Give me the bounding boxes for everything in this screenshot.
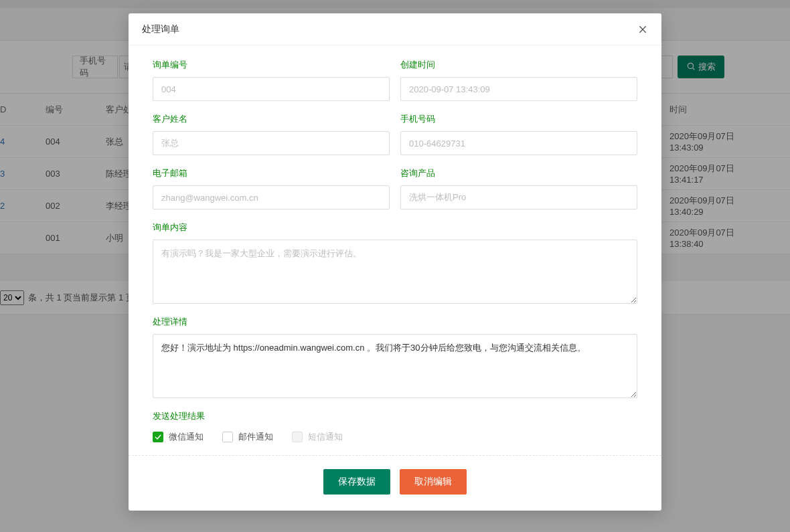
input-inquiry-no — [153, 77, 390, 101]
input-customer-name — [153, 131, 390, 155]
input-phone — [400, 131, 637, 155]
checkbox-sms: 短信通知 — [292, 431, 343, 443]
checkbox-wechat[interactable]: 微信通知 — [153, 431, 204, 443]
checkbox-sms-label: 短信通知 — [308, 431, 343, 443]
modal-footer: 保存数据 取消编辑 — [153, 469, 637, 495]
modal-title: 处理询单 — [142, 23, 179, 35]
input-product — [400, 185, 637, 209]
checkbox-wechat-label: 微信通知 — [169, 431, 204, 443]
checkbox-email-box — [222, 432, 233, 442]
label-product: 咨询产品 — [400, 167, 637, 179]
label-customer-name: 客户姓名 — [153, 113, 390, 125]
checkbox-sms-box — [292, 432, 303, 442]
label-email: 电子邮箱 — [153, 167, 390, 179]
checkbox-email[interactable]: 邮件通知 — [222, 431, 273, 443]
close-button[interactable] — [637, 24, 648, 35]
modal-body: 询单编号 创建时间 客户姓名 手机号码 电子邮箱 — [129, 46, 661, 511]
textarea-detail[interactable]: 您好！演示地址为 https://oneadmin.wangwei.com.cn… — [153, 334, 637, 398]
label-inquiry-no: 询单编号 — [153, 59, 390, 71]
modal-header: 处理询单 — [129, 13, 661, 46]
textarea-content: 有演示吗？我是一家大型企业，需要演示进行评估。 — [153, 240, 637, 304]
process-inquiry-modal: 处理询单 询单编号 创建时间 客户姓名 手机号码 — [129, 13, 661, 511]
close-icon — [637, 24, 648, 35]
label-detail: 处理详情 — [153, 316, 637, 328]
cancel-button[interactable]: 取消编辑 — [400, 469, 467, 495]
label-send-result: 发送处理结果 — [153, 410, 637, 422]
input-email — [153, 185, 390, 209]
checkbox-email-label: 邮件通知 — [238, 431, 273, 443]
label-created-at: 创建时间 — [400, 59, 637, 71]
modal-divider — [129, 455, 661, 456]
save-button[interactable]: 保存数据 — [323, 469, 390, 495]
checkbox-wechat-box — [153, 432, 163, 442]
label-content: 询单内容 — [153, 221, 637, 234]
label-phone: 手机号码 — [400, 113, 637, 125]
input-created-at — [400, 77, 637, 101]
